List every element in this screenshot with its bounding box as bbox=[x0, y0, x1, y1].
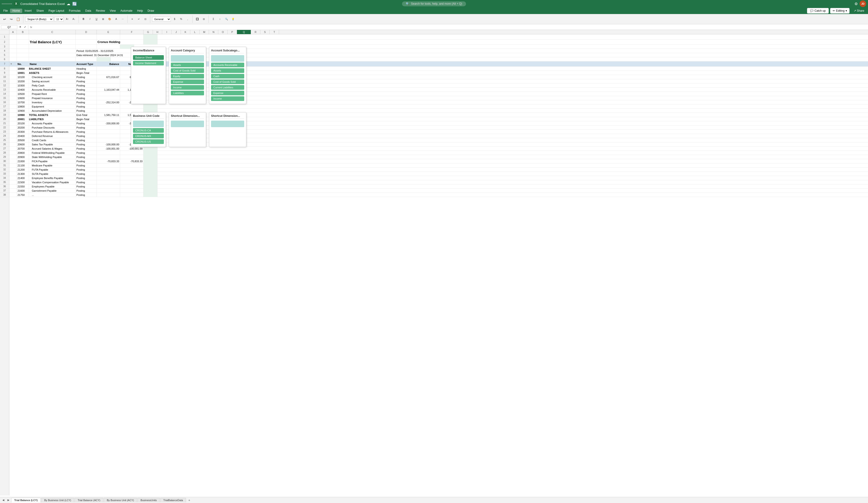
cell-f1[interactable] bbox=[120, 34, 144, 39]
cell-no-17[interactable]: 10800 bbox=[17, 104, 29, 109]
cell-balance-13[interactable]: 1,163,047.44 bbox=[97, 88, 120, 92]
cell-name-header[interactable]: Name bbox=[29, 61, 76, 66]
decrease-font-button[interactable]: A↓ bbox=[71, 17, 77, 21]
cell-type-28[interactable]: Posting bbox=[76, 151, 97, 155]
align-button[interactable]: ≡ bbox=[130, 17, 135, 21]
expand-formula-icon[interactable]: ✕ bbox=[18, 25, 22, 29]
cell-no-12[interactable]: 10300 bbox=[17, 83, 29, 88]
row-num-6[interactable]: 6 bbox=[0, 57, 9, 61]
wrap-button[interactable]: ↵ bbox=[136, 17, 142, 21]
cell-name-11[interactable]: Saving account bbox=[29, 79, 76, 83]
cell-a22[interactable] bbox=[9, 125, 17, 130]
cell-name-27[interactable]: Accrued Salaries & Wages bbox=[29, 146, 76, 151]
cell-type-32[interactable]: Posting bbox=[76, 167, 97, 172]
cell-q35[interactable] bbox=[144, 180, 157, 184]
cell-no-33[interactable]: 21300 bbox=[17, 172, 29, 176]
col-header-e[interactable]: E bbox=[97, 30, 120, 34]
cell-a30[interactable] bbox=[9, 159, 17, 163]
cell-no-34[interactable]: 21400 bbox=[17, 176, 29, 180]
conditional-format-button[interactable]: 🔲 bbox=[195, 17, 200, 21]
editing-button[interactable]: ✏ Editing ▾ bbox=[830, 8, 849, 13]
cell-a29[interactable] bbox=[9, 155, 17, 159]
cell-name-13[interactable]: Accounts Receivable bbox=[29, 88, 76, 92]
account-avatar[interactable]: JD bbox=[860, 0, 866, 7]
cell-no-28[interactable]: 20800 bbox=[17, 151, 29, 155]
menu-home[interactable]: Home bbox=[10, 9, 22, 13]
col-header-b[interactable]: B bbox=[17, 30, 29, 34]
cell-q37[interactable] bbox=[144, 189, 157, 193]
cell-no-23[interactable]: 20300 bbox=[17, 130, 29, 134]
cell-balance-12[interactable] bbox=[97, 83, 120, 88]
row-num-17[interactable]: 17 bbox=[0, 104, 9, 109]
cell-balance-19[interactable]: 1,581,750.11 bbox=[97, 113, 120, 117]
cell-name-16[interactable]: Inventory bbox=[29, 100, 76, 104]
bold-button[interactable]: B bbox=[81, 17, 86, 21]
cell-a9[interactable] bbox=[9, 71, 17, 75]
cell-a14[interactable] bbox=[9, 92, 17, 96]
row-num-23[interactable]: 23 bbox=[0, 130, 9, 134]
cell-type-16[interactable]: Posting bbox=[76, 100, 97, 104]
cell-no-8[interactable]: 10000 bbox=[17, 66, 29, 71]
cell-type-36[interactable]: Posting bbox=[76, 184, 97, 189]
cell-d6[interactable] bbox=[76, 57, 97, 61]
row-num-22[interactable]: 22 bbox=[0, 125, 9, 130]
row-num-30[interactable]: 30 bbox=[0, 159, 9, 163]
cell-no-31[interactable]: 21100 bbox=[17, 163, 29, 167]
cell-d3[interactable] bbox=[76, 45, 97, 49]
row-num-7[interactable]: 7 bbox=[0, 61, 9, 66]
row-num-2[interactable]: 2 bbox=[0, 40, 9, 45]
menu-file[interactable]: File bbox=[1, 9, 10, 13]
menu-review[interactable]: Review bbox=[93, 9, 107, 13]
cell-name-24[interactable]: Deferred Revenue bbox=[29, 134, 76, 138]
row-num-33[interactable]: 33 bbox=[0, 172, 9, 176]
cell-b2[interactable] bbox=[17, 40, 29, 44]
row-num-32[interactable]: 32 bbox=[0, 167, 9, 172]
cell-title[interactable]: Trial Balance (LCY) bbox=[29, 40, 76, 44]
cell-a3[interactable] bbox=[9, 45, 17, 49]
font-color-button[interactable]: A bbox=[113, 17, 119, 21]
cell-no-36[interactable]: 21550 bbox=[17, 184, 29, 189]
cell-name-18[interactable]: Accumulated Depreciation bbox=[29, 109, 76, 113]
cell-b4[interactable] bbox=[17, 49, 29, 53]
cell-balance-16[interactable]: -252,314.00 bbox=[97, 100, 120, 104]
row-num-3[interactable]: 3 bbox=[0, 45, 9, 49]
cronus-us-filter[interactable]: CRONUS-US bbox=[133, 139, 164, 144]
cell-a26[interactable] bbox=[9, 142, 17, 146]
cronus-mx-filter[interactable]: CRONUS-MX bbox=[133, 134, 164, 138]
cell-a15[interactable] bbox=[9, 96, 17, 100]
cell-q30[interactable] bbox=[144, 159, 157, 163]
cell-netchange-37[interactable] bbox=[120, 189, 144, 193]
cell-q36[interactable] bbox=[144, 184, 157, 189]
increase-font-button[interactable]: A↑ bbox=[64, 17, 70, 21]
cell-type-26[interactable]: Posting bbox=[76, 142, 97, 146]
col-header-t[interactable]: T bbox=[270, 30, 279, 34]
catchup-button[interactable]: 💬 Catch up bbox=[807, 8, 829, 13]
cell-balance-9[interactable] bbox=[97, 71, 120, 75]
cell-a19[interactable] bbox=[9, 113, 17, 117]
row-num-34[interactable]: 34 bbox=[0, 176, 9, 180]
cell-period[interactable]: Period: 01/01/2025 - 31/12/2025 bbox=[76, 49, 134, 53]
cell-name-34[interactable]: Employee Benefits Payable bbox=[29, 176, 76, 180]
cell-type-12[interactable]: Posting bbox=[76, 83, 97, 88]
cell-balance-18[interactable] bbox=[97, 109, 120, 113]
col-header-a[interactable]: A bbox=[9, 30, 17, 34]
cell-data-retrieved[interactable]: Data retrieved: 31 December 2024 14:31 bbox=[76, 53, 134, 57]
cell-a17[interactable] bbox=[9, 104, 17, 109]
more-options-button[interactable]: ··· bbox=[120, 17, 125, 21]
cell-netchange-34[interactable] bbox=[120, 176, 144, 180]
fill-color-button[interactable]: 🎨 bbox=[107, 17, 112, 21]
cell-name-37[interactable]: Garnishment Payable bbox=[29, 189, 76, 193]
cell-no-25[interactable]: 20500 bbox=[17, 138, 29, 142]
cell-type-30[interactable]: Posting bbox=[76, 159, 97, 163]
cell-no-32[interactable]: 21200 bbox=[17, 167, 29, 172]
expense-filter[interactable]: Expense bbox=[171, 80, 204, 84]
cell-netchange-36[interactable] bbox=[120, 184, 144, 189]
cell-no-21[interactable]: 20100 bbox=[17, 121, 29, 125]
cell-type-27[interactable]: Posting bbox=[76, 146, 97, 151]
cell-type-17[interactable]: Posting bbox=[76, 104, 97, 109]
row-num-16[interactable]: 16 bbox=[0, 100, 9, 104]
cell-e1[interactable] bbox=[97, 34, 120, 39]
cell-a5[interactable] bbox=[9, 53, 17, 57]
cell-q33[interactable] bbox=[144, 172, 157, 176]
shortcut-dim2-empty[interactable] bbox=[211, 121, 244, 127]
